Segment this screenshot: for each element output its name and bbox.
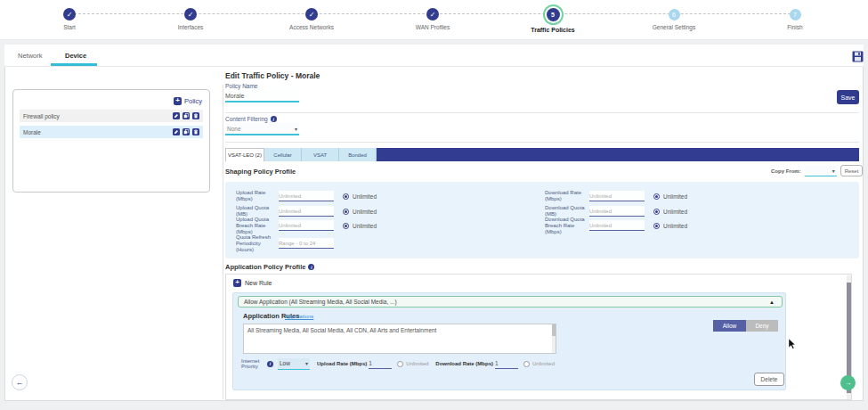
save-disk-icon[interactable] — [852, 50, 864, 62]
step-done-check-icon[interactable]: ✓ — [305, 8, 318, 20]
tab-device[interactable]: Device — [65, 52, 86, 60]
step-label: Start — [63, 24, 76, 30]
rule-settings-row: Internet Priority i Low ▾ Upload Rate (M… — [241, 357, 555, 371]
rule-download-unlimited-radio[interactable] — [523, 361, 530, 367]
unlimited-label: Unlimited — [663, 209, 687, 215]
rule-header[interactable]: Allow Application (All Streaming Media, … — [238, 296, 783, 308]
step-label: Traffic Policies — [531, 27, 574, 33]
step-start: ✓ Start — [27, 0, 112, 30]
rule-upload-unlimited-radio[interactable] — [397, 361, 403, 367]
step-wan-profiles: ✓ WAN Profiles — [390, 0, 475, 30]
info-icon[interactable]: i — [308, 264, 314, 270]
upload-rate-row: Upload Rate (Mbps) Unlimited — [236, 189, 377, 203]
download-rate-input[interactable] — [589, 191, 645, 201]
step-done-check-icon[interactable]: ✓ — [63, 8, 76, 20]
step-label: WAN Profiles — [416, 24, 450, 30]
policy-name-input[interactable] — [225, 90, 299, 102]
plus-icon: + — [233, 279, 241, 287]
step-done-check-icon[interactable]: ✓ — [184, 8, 197, 20]
tab-bonded[interactable]: Bonded — [339, 148, 377, 161]
back-arrow-icon: ← — [16, 378, 24, 387]
download-breach-label: Download Quota Breach Rate (Mbps) — [545, 217, 589, 235]
rule-download-rate-input[interactable] — [495, 359, 518, 369]
step-access-networks: ✓ Access Networks — [269, 0, 354, 30]
download-breach-input[interactable] — [589, 220, 645, 231]
upload-breach-label: Upload Quota Breach Rate (Mbps) — [236, 217, 279, 235]
reset-button[interactable]: Reset — [840, 165, 864, 176]
step-general-settings: 6 General Settings — [631, 0, 717, 30]
upload-breach-input[interactable] — [279, 220, 334, 231]
policy-row-morale[interactable]: Morale — [20, 126, 203, 138]
info-icon[interactable]: i — [271, 116, 277, 122]
unlimited-label: Unlimited — [532, 361, 555, 366]
new-rule-label: New Rule — [245, 280, 272, 286]
unlimited-label: Unlimited — [406, 361, 428, 366]
step-active-circle[interactable]: 5 — [547, 8, 560, 21]
step-todo-circle[interactable]: 7 — [790, 9, 801, 20]
step-done-check-icon[interactable]: ✓ — [426, 8, 439, 20]
applications-link[interactable]: Applications — [285, 314, 313, 319]
upload-rate-label: Upload Rate (Mbps) — [236, 190, 279, 202]
application-heading: Application Policy Profile — [225, 263, 305, 271]
rule-upload-rate-input[interactable] — [369, 359, 392, 369]
download-rate-row: Download Rate (Mbps) Unlimited — [545, 189, 687, 203]
allow-button[interactable]: Allow — [713, 320, 746, 332]
copy-icon[interactable] — [183, 128, 190, 135]
edit-icon[interactable] — [173, 112, 180, 119]
download-quota-input[interactable] — [589, 206, 645, 217]
textarea-scrollbar-thumb[interactable] — [552, 324, 556, 336]
wizard-stepper: ✓ Start ✓ Interfaces ✓ Access Networks ✓… — [0, 0, 868, 40]
upload-quota-unlimited-radio[interactable] — [343, 209, 349, 215]
content-scrollbar-track[interactable] — [223, 85, 223, 399]
edit-icon[interactable] — [173, 128, 180, 135]
policy-row-firewall[interactable]: Firewall policy — [20, 110, 203, 122]
quota-refresh-input[interactable] — [279, 238, 334, 249]
delete-rule-button[interactable]: Delete — [754, 373, 784, 386]
collapse-icon[interactable]: ▲ — [769, 299, 782, 305]
delete-icon[interactable] — [192, 112, 199, 119]
step-traffic-policies: 5 Traffic Policies — [510, 0, 596, 33]
delete-icon[interactable] — [192, 128, 199, 135]
rule-header-text: Allow Application (All Streaming Media, … — [239, 299, 769, 305]
new-rule-button[interactable]: + New Rule — [233, 279, 272, 287]
upload-breach-unlimited-radio[interactable] — [343, 223, 349, 229]
download-quota-unlimited-radio[interactable] — [653, 209, 660, 215]
upload-rate-input[interactable] — [279, 191, 334, 201]
back-button[interactable]: ← — [12, 374, 28, 390]
step-label: General Settings — [653, 24, 695, 30]
tab-vsat-leo[interactable]: VSAT-LEO (2) — [225, 148, 264, 161]
upload-rate-unlimited-radio[interactable] — [343, 193, 349, 200]
application-rules-textarea[interactable]: All Streaming Media, All Social Media, A… — [243, 324, 556, 354]
step-interfaces: ✓ Interfaces — [148, 0, 233, 30]
policy-list-panel: + Policy Firewall policy Morale — [12, 89, 210, 193]
quota-refresh-label: Quota Refresh Periodicity (Hours) — [236, 234, 279, 253]
next-arrow-icon: → — [845, 379, 852, 387]
tab-network[interactable]: Network — [18, 52, 43, 60]
check-icon: ✓ — [67, 11, 73, 19]
policy-name: Firewall policy — [23, 113, 173, 119]
copy-from-dropdown[interactable]: ▾ — [805, 166, 837, 176]
page-title: Edit Traffic Policy - Morale — [225, 71, 320, 80]
download-rate-label: Download Rate (Mbps) — [545, 190, 589, 202]
info-icon[interactable]: i — [267, 361, 273, 367]
copy-icon[interactable] — [183, 112, 190, 119]
content-filtering-dropdown[interactable]: None ▾ — [225, 123, 299, 135]
next-button[interactable]: → — [840, 375, 856, 390]
tab-vsat[interactable]: VSAT — [302, 148, 339, 161]
download-breach-unlimited-radio[interactable] — [653, 223, 660, 229]
content-filtering-label: Content Filtering — [225, 116, 268, 122]
step-todo-circle[interactable]: 6 — [669, 9, 680, 20]
priority-dropdown[interactable]: Low ▾ — [278, 358, 310, 370]
unlimited-label: Unlimited — [353, 209, 377, 215]
unlimited-label: Unlimited — [353, 223, 377, 229]
deny-button[interactable]: Deny — [746, 320, 778, 332]
content-filtering-value: None — [225, 126, 295, 132]
textarea-scrollbar[interactable] — [552, 324, 556, 353]
tab-cellular[interactable]: Cellular — [264, 148, 302, 161]
save-button[interactable]: Save — [837, 90, 859, 104]
step-label: Interfaces — [178, 24, 204, 30]
upload-quota-input[interactable] — [279, 206, 334, 217]
add-policy-button[interactable]: + Policy — [174, 97, 202, 105]
priority-value: Low — [278, 360, 305, 366]
download-rate-unlimited-radio[interactable] — [653, 193, 660, 200]
